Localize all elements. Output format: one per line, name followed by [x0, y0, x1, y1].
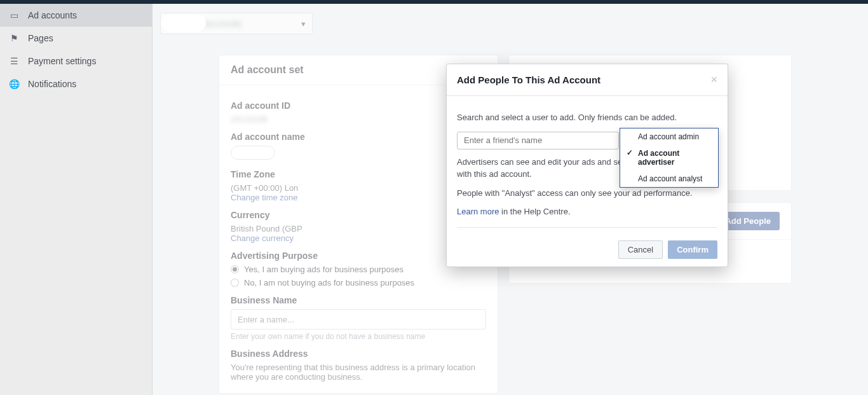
left-sidebar: ▭ Ad accounts ⚑ Pages ☰ Payment settings… — [0, 4, 153, 395]
role-option-analyst[interactable]: Ad account analyst — [620, 170, 718, 187]
sidebar-item-label: Ad accounts — [28, 10, 77, 20]
globe-icon: 🌐 — [9, 79, 19, 89]
cancel-button[interactable]: Cancel — [618, 240, 663, 259]
add-people-modal: Add People To This Ad Account × Search a… — [446, 64, 728, 267]
sidebar-item-pages[interactable]: ⚑ Pages — [0, 27, 152, 50]
role-option-admin[interactable]: Ad account admin — [620, 128, 718, 145]
close-icon[interactable]: × — [710, 73, 717, 87]
role-description-analyst: People with "Analyst" access can only se… — [457, 187, 717, 200]
card-icon: ☰ — [9, 56, 19, 66]
sidebar-item-label: Pages — [28, 33, 53, 43]
learn-more-link[interactable]: Learn more — [457, 207, 499, 216]
modal-instructions: Search and select a user to add. Only fr… — [457, 111, 717, 124]
confirm-button[interactable]: Confirm — [668, 240, 717, 259]
modal-title: Add People To This Ad Account — [457, 74, 600, 85]
sidebar-item-label: Payment settings — [28, 56, 96, 66]
divider — [457, 227, 717, 228]
role-dropdown-menu: Ad account admin Ad account advertiser A… — [620, 128, 719, 188]
sidebar-item-payment-settings[interactable]: ☰ Payment settings — [0, 50, 152, 73]
main-content: Account (20110108) ▾ Ad account set Ad a… — [153, 4, 868, 395]
friend-search-input[interactable] — [457, 132, 619, 149]
help-centre-line: Learn more in the Help Centre. — [457, 205, 717, 218]
sidebar-item-ad-accounts[interactable]: ▭ Ad accounts — [0, 4, 152, 27]
sidebar-item-label: Notifications — [28, 79, 76, 89]
sidebar-item-notifications[interactable]: 🌐 Notifications — [0, 73, 152, 95]
ad-accounts-icon: ▭ — [9, 10, 19, 20]
flag-icon: ⚑ — [9, 33, 19, 43]
role-option-advertiser[interactable]: Ad account advertiser — [620, 145, 718, 170]
